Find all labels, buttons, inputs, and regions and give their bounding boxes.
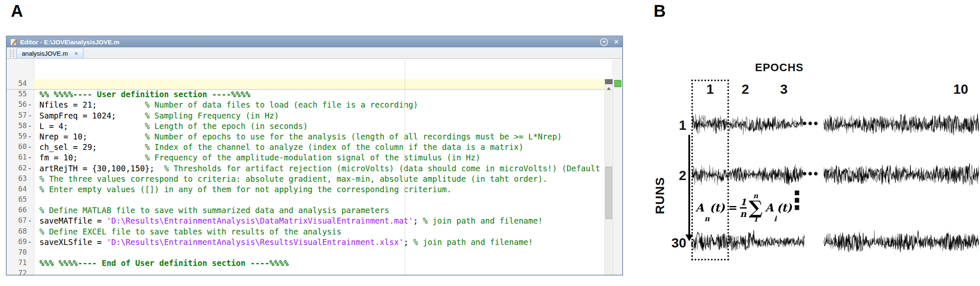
formula-equals: =	[728, 201, 737, 214]
editor-app-icon	[10, 39, 17, 46]
code-area[interactable]: 5455%% %%%%---- User definition section …	[7, 59, 622, 275]
scroll-up-button[interactable]	[605, 84, 613, 93]
tab-bar: analysisJOVE.m ×	[7, 47, 622, 59]
formula-lhs-args: (t)	[710, 201, 725, 214]
formula-rhs-args: (t)	[777, 201, 792, 214]
formula-lhs-sub: n	[704, 214, 709, 223]
text-limit-ruler	[405, 59, 405, 275]
average-formula: An(t) = 1 n n ∑ 1 Ai(t)	[696, 187, 792, 229]
eeg-trace-run30-epochs1-3	[691, 229, 804, 255]
code-lines: 5455%% %%%%---- User definition section …	[7, 79, 605, 275]
formula-rhs-base: A	[765, 201, 773, 214]
formula-lhs-base: A	[696, 201, 704, 214]
message-indicator-bar	[613, 59, 622, 275]
code-line: 54	[7, 79, 605, 90]
code-analyzer-indicator	[614, 80, 621, 87]
eeg-trace-run1-epochs1-3	[692, 111, 803, 137]
eeg-trace-run1-epoch10	[824, 111, 979, 137]
epoch-label-10: 10	[948, 82, 973, 97]
sigma-lower-limit: 1	[753, 216, 758, 223]
code-line: 71%%% %%%%---- End of User definition se…	[7, 258, 605, 269]
code-line: 67-saveMATfile = 'D:\Results\Entrainment…	[7, 216, 605, 227]
tab-label: analysisJOVE.m	[22, 50, 68, 57]
code-line: 66% Define MATLAB file to save with summ…	[7, 206, 605, 216]
code-line: 58-L = 4; % Length of the epoch (in seco…	[7, 121, 605, 132]
eeg-trace-run30-epoch10	[824, 229, 979, 255]
epoch-label-1: 1	[698, 82, 723, 97]
horizontal-ellipsis-run1: •••	[802, 116, 820, 131]
formula-sigma: n ∑ 1	[749, 193, 763, 223]
code-line: 63% The three values correspond to crite…	[7, 174, 605, 185]
formula-numerator: 1	[740, 198, 747, 206]
code-line: 56-Nfiles = 21; % Number of data files t…	[7, 100, 605, 111]
tab-analysisjove[interactable]: analysisJOVE.m ×	[16, 48, 83, 58]
run-label-1: 1	[665, 118, 686, 133]
eeg-trace-run2-epoch10	[824, 162, 979, 188]
code-line: 68% Define EXCEL file to save tables wit…	[7, 227, 605, 237]
runs-axis-label: RUNS	[653, 173, 670, 219]
title-bar: Editor - E:\JOVE\analysisJOVE.m ✕	[7, 36, 622, 47]
epochs-title: EPOCHS	[750, 61, 809, 74]
editor-window: Editor - E:\JOVE\analysisJOVE.m ✕ analys…	[6, 36, 623, 276]
code-line: 57-SampFreq = 1024; % Sampling Frequency…	[7, 111, 605, 121]
eeg-trace-run2-epochs1-3	[692, 162, 803, 188]
panel-b-label: B	[654, 2, 666, 21]
vertical-scrollbar[interactable]	[605, 79, 613, 275]
tab-close-icon[interactable]: ×	[75, 50, 78, 57]
code-line: 64% Enter empty values ([]) in any of th…	[7, 185, 605, 195]
dock-icon	[600, 38, 608, 46]
dock-button[interactable]	[600, 38, 608, 46]
code-line: 70	[7, 248, 605, 258]
code-line: 55%% %%%%---- User definition section --…	[7, 90, 605, 100]
panel-a-label: A	[11, 2, 23, 21]
formula-rhs-sub: i	[774, 214, 776, 223]
sigma-icon: ∑	[749, 199, 763, 216]
window-title: Editor - E:\JOVE\analysisJOVE.m	[20, 39, 594, 46]
code-line: 69-saveXLSfile = 'D:\Results\Entrainment…	[7, 237, 605, 248]
close-button[interactable]: ✕	[614, 39, 619, 45]
run-label-30: 30	[665, 235, 686, 251]
code-line: 60-ch_sel = 29; % Index of the channel t…	[7, 142, 605, 153]
up-arrow-icon	[607, 87, 611, 90]
code-line: 61-fm = 10; % Frequency of the amplitude…	[7, 153, 605, 163]
formula-denominator: n	[740, 209, 746, 218]
code-line: 59-Nrep = 10; % Number of epochs to use …	[7, 132, 605, 142]
epoch-label-3: 3	[771, 82, 796, 97]
average-arrow	[688, 135, 690, 236]
code-line: 72	[7, 269, 605, 275]
horizontal-ellipsis-run2: •••	[802, 167, 820, 181]
average-arrow-head-icon	[685, 234, 693, 241]
epoch-label-2: 2	[733, 82, 758, 97]
scrollbar-thumb[interactable]	[605, 167, 612, 219]
tab-drag-handle-icon	[10, 49, 14, 57]
code-line: 65	[7, 195, 605, 206]
scrollbar-cap	[605, 79, 613, 84]
code-line: 62-artRejTH = {30,100,150}; % Thresholds…	[7, 164, 605, 174]
figure-canvas: A B Editor - E:\JOVE\analysisJOVE.m ✕ an…	[0, 0, 980, 286]
formula-fraction: 1 n	[740, 198, 747, 218]
